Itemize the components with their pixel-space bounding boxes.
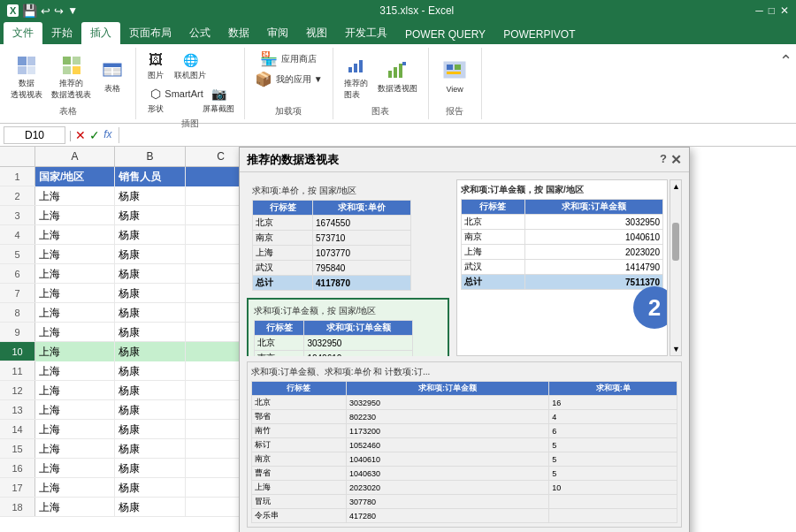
- cell[interactable]: 杨康: [115, 206, 186, 225]
- title-bar-title: 315.xlsx - Excel: [78, 4, 755, 17]
- svg-rect-6: [63, 66, 71, 74]
- tab-review[interactable]: 审阅: [258, 22, 297, 44]
- quick-access-save[interactable]: 💾: [22, 4, 37, 18]
- screenshot-btn[interactable]: 📷 屏幕截图: [200, 83, 237, 116]
- minimize-btn[interactable]: ─: [755, 4, 763, 17]
- ribbon-group-addins: 🏪 应用商店 📦 我的应用 ▼ 加载项: [245, 48, 333, 119]
- screenshot-label: 屏幕截图: [203, 103, 234, 115]
- view-btn[interactable]: View: [439, 58, 471, 95]
- tab-insert[interactable]: 插入: [81, 22, 120, 44]
- list-row: 南京10406105: [252, 452, 677, 467]
- scroll-thumb[interactable]: [672, 223, 679, 261]
- formula-bar-sep: [119, 127, 119, 143]
- cell[interactable]: 杨康: [115, 478, 186, 498]
- cell[interactable]: 杨康: [115, 498, 186, 517]
- table-btn[interactable]: 表格: [96, 57, 128, 96]
- cell[interactable]: 上海: [35, 400, 115, 420]
- online-picture-label: 联机图片: [174, 70, 206, 81]
- confirm-formula-icon[interactable]: ✓: [89, 128, 100, 142]
- tab-power-pivot[interactable]: POWERPIVOT: [494, 25, 584, 44]
- cancel-formula-icon[interactable]: ✕: [75, 128, 86, 142]
- maximize-btn[interactable]: □: [769, 4, 775, 17]
- cell[interactable]: 上海: [35, 303, 115, 323]
- picture-btn[interactable]: 🖼 图片: [143, 49, 168, 82]
- cell[interactable]: 销售人员: [115, 167, 186, 186]
- dialog-help-btn[interactable]: ?: [660, 152, 667, 168]
- cell[interactable]: 杨康: [115, 459, 186, 478]
- preview-table-2: 行标签求和项:订单金额 北京3032950 南京1040610 上海202302…: [254, 320, 413, 356]
- cell[interactable]: 杨康: [115, 323, 186, 342]
- cell[interactable]: 杨康: [115, 420, 186, 439]
- cell[interactable]: 杨康: [115, 439, 186, 459]
- table-icon: [100, 58, 125, 83]
- customize-icon[interactable]: ▼: [67, 4, 78, 17]
- pl-h2: 求和项:订单金额: [346, 382, 548, 396]
- tables-group-label: 表格: [59, 105, 77, 118]
- cell[interactable]: 上海: [35, 186, 115, 206]
- dialog-scrollbar[interactable]: ▲ ▼: [670, 179, 682, 356]
- cell[interactable]: 上海: [35, 323, 115, 342]
- tab-power-query[interactable]: POWER QUERY: [396, 25, 494, 44]
- cell[interactable]: 上海: [35, 225, 115, 245]
- close-btn[interactable]: ✕: [780, 4, 789, 17]
- cell[interactable]: 上海: [35, 245, 115, 264]
- cell[interactable]: 杨康: [115, 264, 186, 284]
- cell[interactable]: 杨康: [115, 303, 186, 323]
- cell[interactable]: 杨康: [115, 245, 186, 264]
- table-row: 北京1674550: [253, 216, 411, 231]
- pivot-table-btn[interactable]: 数据透视视表: [7, 51, 46, 103]
- cell[interactable]: 杨康: [115, 225, 186, 245]
- cell-reference-input[interactable]: [4, 126, 65, 144]
- tab-file[interactable]: 文件: [4, 22, 42, 44]
- cell[interactable]: 上海: [35, 342, 115, 361]
- window-controls: ─ □ ✕: [755, 4, 789, 17]
- table-row: 4上海杨康: [0, 225, 256, 245]
- recommended-pivot-btn[interactable]: 推荐的数据透视表: [48, 51, 95, 103]
- cell[interactable]: 杨康: [115, 381, 186, 400]
- tab-home[interactable]: 开始: [42, 22, 81, 44]
- insert-function-icon[interactable]: fx: [103, 128, 111, 142]
- cell[interactable]: 上海: [35, 361, 115, 381]
- store-btn[interactable]: 🏪 应用商店: [257, 49, 319, 68]
- smartart-btn[interactable]: SmartArt: [172, 83, 196, 116]
- cell[interactable]: 杨康: [115, 342, 186, 361]
- cell[interactable]: 上海: [35, 498, 115, 517]
- preview-card-1[interactable]: 求和项:单价，按 国家/地区 行标签求和项:单价 北京1674550 南京573…: [247, 179, 449, 294]
- recommended-pivot-label: 推荐的数据透视表: [51, 78, 91, 101]
- pivot-chart-btn[interactable]: 数据透视图: [374, 57, 421, 96]
- redo-icon[interactable]: ↪: [54, 4, 64, 18]
- cell[interactable]: 杨康: [115, 284, 186, 303]
- tab-developer[interactable]: 开发工具: [336, 22, 396, 44]
- table-row: 10上海杨康: [0, 342, 256, 361]
- cell[interactable]: 上海: [35, 264, 115, 284]
- cell[interactable]: 上海: [35, 206, 115, 225]
- online-picture-btn[interactable]: 🌐 联机图片: [172, 49, 209, 82]
- ribbon-collapse-btn[interactable]: ⌃: [776, 48, 796, 119]
- cell[interactable]: 上海: [35, 459, 115, 478]
- badge-number: 2: [633, 286, 668, 329]
- cell[interactable]: 上海: [35, 284, 115, 303]
- tab-data[interactable]: 数据: [219, 22, 258, 44]
- recommended-charts-btn[interactable]: 推荐的图表: [341, 51, 372, 103]
- scroll-up-btn[interactable]: ▲: [670, 180, 681, 193]
- cell[interactable]: 杨康: [115, 186, 186, 206]
- cell[interactable]: 上海: [35, 381, 115, 400]
- tab-formula[interactable]: 公式: [180, 22, 219, 44]
- tab-view[interactable]: 视图: [297, 22, 336, 44]
- undo-icon[interactable]: ↩: [41, 4, 50, 18]
- table-row: 17上海杨康: [0, 478, 256, 498]
- dialog-close-btn[interactable]: ✕: [670, 152, 682, 168]
- cell[interactable]: 杨康: [115, 400, 186, 420]
- cell[interactable]: 国家/地区: [35, 167, 115, 186]
- scroll-down-btn[interactable]: ▼: [670, 343, 681, 355]
- scroll-track: [670, 193, 681, 343]
- cell[interactable]: 杨康: [115, 361, 186, 381]
- preview-list-area[interactable]: 求和项:订单金额、求和项:单价 和 计数项:订... 行标签 求和项:订单金额 …: [247, 361, 682, 528]
- cell[interactable]: 上海: [35, 478, 115, 498]
- preview-card-2[interactable]: 求和项:订单金额，按 国家/地区 行标签求和项:订单金额 北京3032950 南…: [247, 298, 449, 356]
- my-apps-btn[interactable]: 📦 我的应用 ▼: [252, 70, 325, 88]
- cell[interactable]: 上海: [35, 439, 115, 459]
- table-row: 8上海杨康: [0, 303, 256, 323]
- cell[interactable]: 上海: [35, 420, 115, 439]
- tab-page-layout[interactable]: 页面布局: [120, 22, 180, 44]
